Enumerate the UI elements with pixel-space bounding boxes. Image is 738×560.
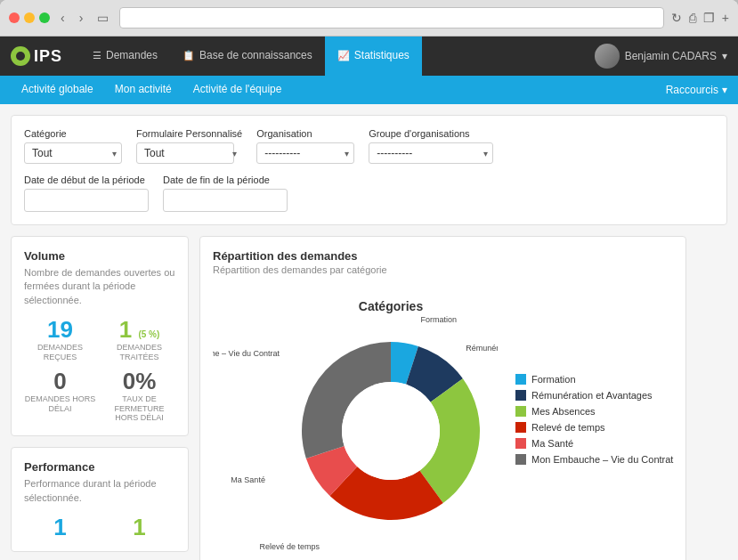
- logo: IPS: [11, 46, 62, 66]
- nav-tabs: ☰ Demandes 📋 Base de connaissances 📈 Sta…: [80, 37, 595, 76]
- volume-title: Volume: [24, 249, 175, 263]
- legend-embauche-color: [515, 454, 526, 465]
- categorie-select-wrapper: Tout: [24, 142, 122, 164]
- formulaire-select-wrapper: Tout: [136, 142, 242, 164]
- minimize-button[interactable]: [24, 12, 35, 23]
- close-button[interactable]: [9, 12, 20, 23]
- main-content: Catégorie Tout Formulaire Personnalisé T…: [0, 104, 738, 560]
- nav-tab-demandes[interactable]: ☰ Demandes: [80, 37, 170, 76]
- legend-sante: Ma Santé: [515, 438, 673, 449]
- chart-label-5: Mon Embauche – Vie du Contrat: [213, 349, 280, 358]
- left-panel: Volume Nombre de demandes ouvertes ou fe…: [11, 236, 189, 560]
- legend-releve-label: Relevé de temps: [531, 422, 605, 433]
- groupe-select-wrapper: ----------: [369, 142, 493, 164]
- top-nav: IPS ☰ Demandes 📋 Base de connaissances 📈…: [0, 37, 738, 76]
- organisation-select-wrapper: ----------: [256, 142, 354, 164]
- filter-date-fin: Date de fin de la période: [163, 174, 288, 212]
- logo-text: IPS: [34, 47, 62, 66]
- date-fin-input[interactable]: [163, 189, 288, 212]
- stat-traitees-value: 1 (5 %): [103, 318, 175, 341]
- nav-tab-statistiques[interactable]: 📈 Statistiques: [325, 37, 422, 76]
- legend-releve-color: [515, 422, 526, 433]
- nav-tab-base-label: Base de connaissances: [199, 49, 312, 61]
- stat-hors-delai-value: 0: [24, 369, 96, 393]
- stat-traitees: 1 (5 %) DEMANDES TRAITÉES: [103, 318, 175, 362]
- formulaire-label: Formulaire Personnalisé: [136, 128, 242, 139]
- forward-button[interactable]: ›: [76, 9, 87, 27]
- stat-recues-value: 19: [24, 318, 96, 341]
- date-debut-label: Date de début de la période: [24, 174, 149, 185]
- filter-section: Catégorie Tout Formulaire Personnalisé T…: [11, 115, 727, 225]
- sub-tab-global[interactable]: Activité globale: [11, 76, 104, 104]
- donut-hole: [342, 382, 440, 480]
- legend-sante-label: Ma Santé: [531, 438, 573, 449]
- chart-content: Catégories: [213, 284, 673, 555]
- legend-embauche: Mon Embauche – Vie du Contrat: [515, 454, 673, 465]
- categorie-label: Catégorie: [24, 128, 122, 139]
- logo-inner: [16, 52, 25, 61]
- perf-stat-1: 1: [24, 515, 96, 539]
- browser-chrome: ‹ › ▭ ↻ ⎙ ❐ +: [0, 0, 738, 37]
- sub-tab-equipe[interactable]: Activité de l'équipe: [182, 76, 293, 104]
- performance-title: Performance: [24, 460, 175, 474]
- sub-tab-mon[interactable]: Mon activité: [104, 76, 182, 104]
- shortcuts-button[interactable]: Raccourcis ▾: [666, 84, 727, 96]
- chart-label-0: Formation: [420, 315, 457, 324]
- back-button[interactable]: ‹: [57, 9, 69, 27]
- sub-nav: Activité globale Mon activité Activité d…: [0, 76, 738, 104]
- stat-traitees-badge: (5 %): [138, 329, 159, 339]
- volume-card: Volume Nombre de demandes ouvertes ou fe…: [11, 236, 189, 436]
- donut-svg: Catégories: [213, 284, 498, 551]
- shortcuts-chevron: ▾: [722, 84, 727, 96]
- nav-tab-demandes-label: Demandes: [106, 49, 158, 61]
- base-icon: 📋: [182, 50, 195, 61]
- legend-remuneration-label: Rémunération et Avantages: [531, 390, 653, 401]
- stat-taux: 0% TAUX DE FERMETURE HORS DÉLAI: [103, 369, 175, 423]
- stat-traitees-label: DEMANDES TRAITÉES: [103, 343, 175, 362]
- user-name: Benjamin CADARS: [625, 50, 717, 62]
- filter-date-debut: Date de début de la période: [24, 174, 149, 212]
- sub-nav-tabs: Activité globale Mon activité Activité d…: [11, 76, 292, 104]
- date-debut-input[interactable]: [24, 189, 149, 212]
- share-button[interactable]: ⎙: [689, 11, 696, 25]
- formulaire-select[interactable]: Tout: [136, 142, 234, 164]
- duplicate-button[interactable]: ❐: [703, 11, 715, 25]
- legend-absences: Mes Absences: [515, 406, 673, 417]
- legend-sante-color: [515, 438, 526, 449]
- perf-val1: 1: [24, 515, 96, 539]
- nav-tab-base[interactable]: 📋 Base de connaissances: [170, 37, 325, 76]
- filter-categorie: Catégorie Tout: [24, 128, 122, 164]
- app: IPS ☰ Demandes 📋 Base de connaissances 📈…: [0, 37, 738, 560]
- maximize-button[interactable]: [39, 12, 50, 23]
- categorie-select[interactable]: Tout: [24, 142, 122, 164]
- groupe-select[interactable]: ----------: [369, 142, 493, 164]
- chart-donut-title: Catégories: [359, 299, 424, 313]
- address-bar[interactable]: [119, 7, 663, 28]
- chart-subtitle: Répartition des demandes par catégorie: [213, 264, 673, 275]
- chart-title: Répartition des demandes: [213, 249, 673, 263]
- legend-remuneration-color: [515, 390, 526, 401]
- filter-row-1: Catégorie Tout Formulaire Personnalisé T…: [24, 128, 714, 164]
- legend-formation: Formation: [515, 374, 673, 385]
- filter-organisation: Organisation ----------: [256, 128, 354, 164]
- donut-chart: Catégories: [213, 284, 498, 555]
- chart-label-4: Ma Santé: [231, 475, 265, 484]
- dashboard-grid: Volume Nombre de demandes ouvertes ou fe…: [11, 236, 727, 560]
- organisation-select[interactable]: ----------: [256, 142, 354, 164]
- legend-formation-label: Formation: [531, 374, 576, 385]
- filter-formulaire: Formulaire Personnalisé Tout: [136, 128, 242, 164]
- perf-val2: 1: [103, 515, 175, 539]
- legend-embauche-label: Mon Embauche – Vie du Contrat: [531, 454, 673, 465]
- chart-card: Répartition des demandes Répartition des…: [199, 236, 686, 560]
- legend-absences-color: [515, 406, 526, 417]
- logo-icon: [11, 46, 30, 66]
- refresh-button[interactable]: ↻: [671, 11, 682, 25]
- perf-stats: 1 1: [24, 515, 175, 539]
- tab-view-button[interactable]: ▭: [93, 9, 112, 27]
- volume-desc: Nombre de demandes ouvertes ou fermées d…: [24, 266, 175, 307]
- legend-remuneration: Rémunération et Avantages: [515, 390, 673, 401]
- chart-label-3: Relevé de temps: [260, 542, 320, 551]
- add-tab-button[interactable]: +: [722, 11, 729, 25]
- legend-releve: Relevé de temps: [515, 422, 673, 433]
- user-area[interactable]: Benjamin CADARS ▾: [595, 44, 727, 69]
